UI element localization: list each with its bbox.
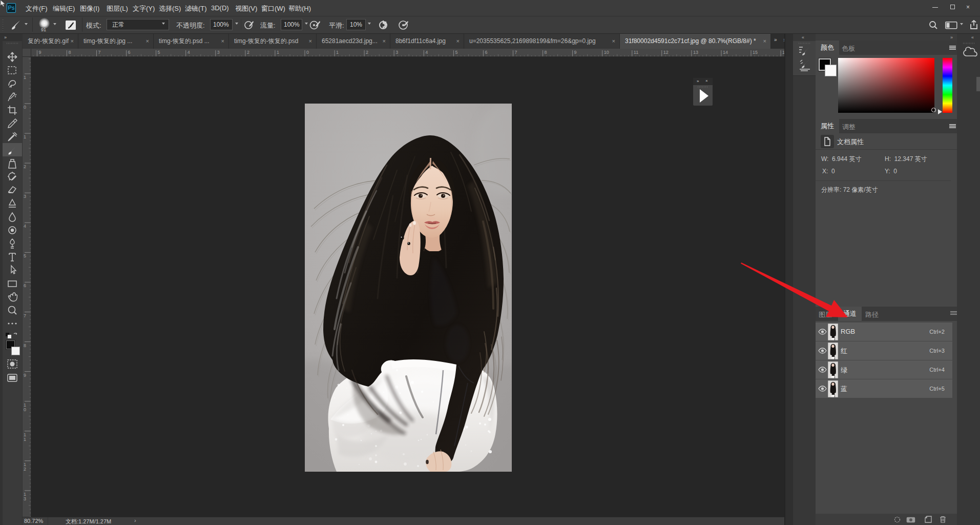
svg-text:14: 14 <box>723 50 728 55</box>
svg-text:15: 15 <box>753 50 758 55</box>
svg-text:1: 1 <box>24 75 26 80</box>
svg-text:0: 0 <box>24 105 26 110</box>
svg-text:1: 1 <box>277 50 279 55</box>
svg-text:7: 7 <box>515 50 517 55</box>
svg-text:3: 3 <box>24 194 26 199</box>
svg-text:5: 5 <box>158 50 160 55</box>
svg-text:2: 2 <box>24 467 26 472</box>
svg-text:2: 2 <box>366 50 368 55</box>
svg-text:2: 2 <box>24 164 26 169</box>
svg-text:3: 3 <box>217 50 220 55</box>
svg-text:12: 12 <box>663 50 669 55</box>
svg-text:4: 4 <box>24 224 26 229</box>
svg-text:13: 13 <box>693 50 698 55</box>
svg-text:8: 8 <box>68 50 71 55</box>
svg-text:11: 11 <box>634 50 638 55</box>
svg-text:4: 4 <box>425 50 428 55</box>
svg-text:10: 10 <box>604 50 609 55</box>
svg-text:3: 3 <box>395 50 398 55</box>
svg-text:1: 1 <box>336 50 339 55</box>
svg-text:6: 6 <box>24 283 26 288</box>
svg-text:6: 6 <box>128 50 131 55</box>
svg-text:4: 4 <box>187 50 190 55</box>
svg-text:1: 1 <box>24 437 26 442</box>
svg-text:7: 7 <box>24 313 26 318</box>
svg-text:7: 7 <box>98 50 101 55</box>
svg-text:5: 5 <box>24 253 26 258</box>
svg-text:2: 2 <box>247 50 249 55</box>
svg-text:3: 3 <box>24 496 26 501</box>
svg-text:1: 1 <box>24 134 26 139</box>
svg-text:0: 0 <box>24 407 26 412</box>
svg-text:9: 9 <box>574 50 577 55</box>
svg-text:5: 5 <box>455 50 457 55</box>
svg-text:8: 8 <box>24 343 26 348</box>
svg-text:6: 6 <box>485 50 487 55</box>
svg-text:0: 0 <box>306 50 309 55</box>
svg-text:9: 9 <box>38 50 41 55</box>
svg-text:9: 9 <box>24 373 26 378</box>
svg-text:8: 8 <box>545 50 547 55</box>
